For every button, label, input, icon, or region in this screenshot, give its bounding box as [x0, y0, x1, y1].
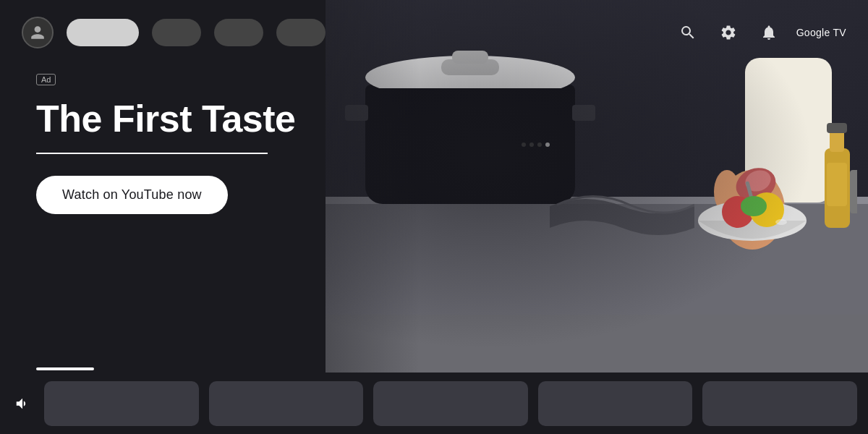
volume-button[interactable]	[11, 392, 34, 415]
brand-label: Google TV	[796, 27, 846, 38]
thumbnail-3[interactable]	[373, 381, 528, 426]
oil-bottle-icon	[814, 112, 857, 242]
watch-button[interactable]: Watch on YouTube now	[36, 176, 228, 214]
nav-home-pill[interactable]	[67, 19, 139, 46]
nav-right: Google TV	[675, 20, 846, 46]
hand-icon	[673, 58, 832, 275]
thumbnail-4[interactable]	[538, 381, 693, 426]
nav-movies-pill[interactable]	[152, 19, 201, 46]
volume-icon	[14, 396, 30, 412]
towel-icon	[550, 177, 694, 235]
avatar-button[interactable]	[22, 17, 54, 48]
bowl-icon	[694, 177, 810, 242]
show-title: The First Taste	[36, 98, 296, 140]
nav-left	[22, 17, 326, 48]
svg-point-18	[775, 219, 787, 225]
bell-icon	[760, 24, 778, 41]
svg-point-17	[741, 196, 767, 216]
svg-rect-13	[850, 170, 857, 213]
settings-button[interactable]	[715, 20, 741, 46]
hero-content: Ad The First Taste Watch on YouTube now	[36, 72, 296, 214]
bottom-strip	[0, 373, 868, 434]
svg-rect-11	[827, 123, 847, 133]
search-button[interactable]	[675, 20, 701, 46]
svg-rect-10	[830, 130, 844, 152]
top-nav: Google TV	[0, 0, 868, 65]
nav-shows-pill[interactable]	[214, 19, 263, 46]
svg-rect-12	[827, 163, 847, 206]
thumbnail-1[interactable]	[44, 381, 199, 426]
gear-icon	[720, 24, 737, 41]
thumbnail-2[interactable]	[209, 381, 364, 426]
progress-indicator	[36, 367, 94, 370]
ad-badge: Ad	[36, 74, 56, 85]
title-divider	[36, 153, 268, 154]
nav-apps-pill[interactable]	[276, 19, 326, 46]
search-icon	[679, 24, 697, 41]
user-icon	[30, 25, 46, 41]
thumbnail-5[interactable]	[702, 381, 857, 426]
pot-body	[365, 85, 575, 204]
progress-bar	[36, 367, 94, 370]
notifications-button[interactable]	[756, 20, 782, 46]
